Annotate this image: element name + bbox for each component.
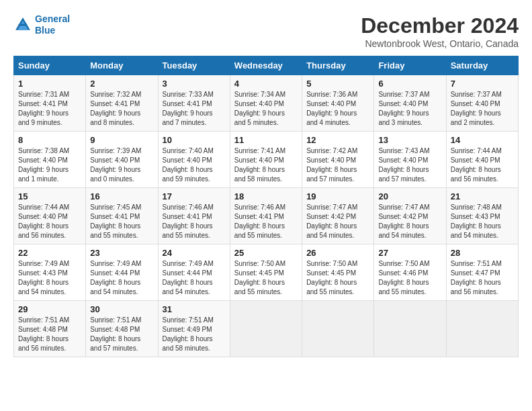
day-info: Sunrise: 7:36 AM Sunset: 4:40 PM Dayligh… — [306, 90, 369, 128]
day-info: Sunrise: 7:50 AM Sunset: 4:45 PM Dayligh… — [306, 259, 369, 297]
daylight-text: Daylight: 8 hours and 54 minutes. — [163, 279, 213, 295]
logo-text: General Blue — [35, 13, 70, 36]
day-number: 12 — [306, 135, 369, 145]
day-number: 29 — [18, 304, 81, 314]
day-number: 1 — [18, 79, 81, 89]
daylight-text: Daylight: 8 hours and 57 minutes. — [90, 335, 140, 352]
day-number: 4 — [234, 79, 298, 89]
sunset-text: Sunset: 4:41 PM — [18, 100, 68, 107]
day-number: 24 — [163, 248, 226, 258]
day-info: Sunrise: 7:32 AM Sunset: 4:41 PM Dayligh… — [90, 90, 153, 128]
day-number: 3 — [163, 79, 226, 89]
sunrise-text: Sunrise: 7:46 AM — [163, 203, 214, 211]
weekday-header-thursday: Thursday — [302, 56, 374, 75]
daylight-text: Daylight: 9 hours and 8 minutes. — [90, 109, 140, 126]
day-number: 15 — [18, 191, 81, 201]
page-header: General Blue December 2024 Newtonbrook W… — [13, 13, 519, 49]
day-number: 28 — [451, 248, 514, 258]
calendar-cell: 22 Sunrise: 7:49 AM Sunset: 4:43 PM Dayl… — [14, 244, 86, 301]
day-info: Sunrise: 7:46 AM Sunset: 4:41 PM Dayligh… — [163, 203, 226, 240]
sunrise-text: Sunrise: 7:36 AM — [306, 91, 357, 98]
sunset-text: Sunset: 4:40 PM — [306, 100, 356, 107]
sunrise-text: Sunrise: 7:42 AM — [306, 147, 357, 154]
calendar-cell — [230, 301, 302, 357]
sunset-text: Sunset: 4:49 PM — [163, 326, 212, 333]
logo-icon — [13, 15, 32, 34]
sunset-text: Sunset: 4:40 PM — [451, 100, 500, 107]
sunrise-text: Sunrise: 7:50 AM — [306, 260, 357, 267]
day-number: 20 — [378, 191, 441, 201]
daylight-text: Daylight: 8 hours and 55 minutes. — [234, 222, 285, 239]
calendar-cell: 26 Sunrise: 7:50 AM Sunset: 4:45 PM Dayl… — [302, 244, 374, 301]
sunset-text: Sunset: 4:40 PM — [90, 156, 140, 164]
day-info: Sunrise: 7:37 AM Sunset: 4:40 PM Dayligh… — [378, 90, 441, 128]
calendar-cell: 25 Sunrise: 7:50 AM Sunset: 4:45 PM Dayl… — [230, 244, 302, 301]
main-title: December 2024 — [361, 13, 519, 38]
day-info: Sunrise: 7:51 AM Sunset: 4:49 PM Dayligh… — [163, 316, 226, 353]
sunset-text: Sunset: 4:43 PM — [18, 269, 68, 277]
sunrise-text: Sunrise: 7:32 AM — [90, 91, 141, 98]
calendar-cell: 4 Sunrise: 7:34 AM Sunset: 4:40 PM Dayli… — [230, 75, 302, 132]
day-info: Sunrise: 7:50 AM Sunset: 4:45 PM Dayligh… — [234, 259, 298, 297]
day-info: Sunrise: 7:49 AM Sunset: 4:43 PM Dayligh… — [18, 259, 81, 297]
calendar-cell: 8 Sunrise: 7:38 AM Sunset: 4:40 PM Dayli… — [14, 132, 86, 188]
daylight-text: Daylight: 8 hours and 56 minutes. — [451, 166, 501, 183]
sunset-text: Sunset: 4:41 PM — [163, 100, 212, 107]
daylight-text: Daylight: 9 hours and 0 minutes. — [90, 166, 140, 183]
sunrise-text: Sunrise: 7:50 AM — [378, 260, 429, 267]
sunrise-text: Sunrise: 7:38 AM — [18, 147, 69, 154]
calendar-cell: 10 Sunrise: 7:40 AM Sunset: 4:40 PM Dayl… — [158, 132, 230, 188]
sunrise-text: Sunrise: 7:41 AM — [234, 147, 285, 154]
day-number: 31 — [163, 304, 226, 314]
sunset-text: Sunset: 4:41 PM — [90, 100, 140, 107]
calendar-cell: 15 Sunrise: 7:44 AM Sunset: 4:40 PM Dayl… — [14, 188, 86, 244]
sunset-text: Sunset: 4:40 PM — [451, 156, 500, 164]
calendar-cell: 21 Sunrise: 7:48 AM Sunset: 4:43 PM Dayl… — [446, 188, 518, 244]
sunrise-text: Sunrise: 7:46 AM — [234, 203, 285, 211]
daylight-text: Daylight: 9 hours and 9 minutes. — [18, 109, 69, 126]
day-number: 22 — [18, 248, 81, 258]
day-info: Sunrise: 7:45 AM Sunset: 4:41 PM Dayligh… — [90, 203, 153, 240]
day-info: Sunrise: 7:43 AM Sunset: 4:40 PM Dayligh… — [378, 146, 441, 184]
sunset-text: Sunset: 4:47 PM — [451, 269, 500, 277]
daylight-text: Daylight: 8 hours and 58 minutes. — [163, 335, 213, 352]
daylight-text: Daylight: 8 hours and 54 minutes. — [90, 279, 140, 295]
calendar-row: 15 Sunrise: 7:44 AM Sunset: 4:40 PM Dayl… — [14, 188, 519, 244]
sunrise-text: Sunrise: 7:48 AM — [451, 203, 502, 211]
calendar-cell: 7 Sunrise: 7:37 AM Sunset: 4:40 PM Dayli… — [446, 75, 518, 132]
sunrise-text: Sunrise: 7:51 AM — [90, 316, 141, 324]
day-info: Sunrise: 7:37 AM Sunset: 4:40 PM Dayligh… — [451, 90, 514, 128]
day-number: 18 — [234, 191, 298, 201]
daylight-text: Daylight: 8 hours and 54 minutes. — [306, 222, 357, 239]
sunset-text: Sunset: 4:41 PM — [234, 213, 284, 220]
sunset-text: Sunset: 4:42 PM — [378, 213, 428, 220]
weekday-header-sunday: Sunday — [14, 56, 86, 75]
day-info: Sunrise: 7:44 AM Sunset: 4:40 PM Dayligh… — [451, 146, 514, 184]
calendar-cell: 2 Sunrise: 7:32 AM Sunset: 4:41 PM Dayli… — [86, 75, 158, 132]
calendar-cell: 27 Sunrise: 7:50 AM Sunset: 4:46 PM Dayl… — [374, 244, 446, 301]
day-info: Sunrise: 7:40 AM Sunset: 4:40 PM Dayligh… — [163, 146, 226, 184]
sunrise-text: Sunrise: 7:31 AM — [18, 91, 69, 98]
calendar-cell: 12 Sunrise: 7:42 AM Sunset: 4:40 PM Dayl… — [302, 132, 374, 188]
sunset-text: Sunset: 4:40 PM — [18, 156, 68, 164]
calendar-cell — [446, 301, 518, 357]
daylight-text: Daylight: 8 hours and 56 minutes. — [18, 222, 69, 239]
sunrise-text: Sunrise: 7:37 AM — [451, 91, 502, 98]
daylight-text: Daylight: 9 hours and 7 minutes. — [163, 109, 213, 126]
day-info: Sunrise: 7:49 AM Sunset: 4:44 PM Dayligh… — [163, 259, 226, 297]
daylight-text: Daylight: 8 hours and 55 minutes. — [306, 279, 357, 295]
day-info: Sunrise: 7:42 AM Sunset: 4:40 PM Dayligh… — [306, 146, 369, 184]
day-number: 16 — [90, 191, 153, 201]
day-number: 27 — [378, 248, 441, 258]
sunrise-text: Sunrise: 7:47 AM — [378, 203, 429, 211]
day-number: 21 — [451, 191, 514, 201]
daylight-text: Daylight: 8 hours and 55 minutes. — [163, 222, 213, 239]
day-info: Sunrise: 7:49 AM Sunset: 4:44 PM Dayligh… — [90, 259, 153, 297]
sunrise-text: Sunrise: 7:47 AM — [306, 203, 357, 211]
day-info: Sunrise: 7:31 AM Sunset: 4:41 PM Dayligh… — [18, 90, 81, 128]
day-number: 17 — [163, 191, 226, 201]
day-number: 7 — [451, 79, 514, 89]
daylight-text: Daylight: 8 hours and 55 minutes. — [90, 222, 140, 239]
calendar-cell: 29 Sunrise: 7:51 AM Sunset: 4:48 PM Dayl… — [14, 301, 86, 357]
sunset-text: Sunset: 4:40 PM — [234, 156, 284, 164]
